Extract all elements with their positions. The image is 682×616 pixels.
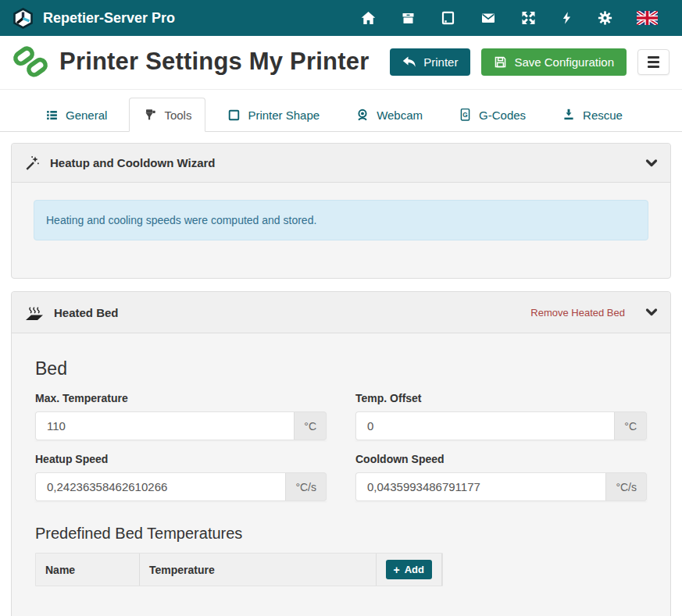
save-configuration-button[interactable]: Save Configuration xyxy=(481,48,627,76)
tab-general[interactable]: General xyxy=(31,98,121,132)
repetier-logo-icon xyxy=(12,8,34,29)
remove-heated-bed-link[interactable]: Remove Heated Bed xyxy=(530,307,625,319)
bed-section-heading: Bed xyxy=(35,358,647,379)
square-outline-icon xyxy=(227,109,241,122)
heated-bed-collapse-chevron-icon[interactable] xyxy=(645,307,658,318)
overflow-menu-button[interactable] xyxy=(637,49,670,75)
tab-printer-shape-label: Printer Shape xyxy=(248,109,320,122)
flag-en-icon[interactable] xyxy=(625,6,670,30)
navbar-icon-group xyxy=(348,5,670,30)
chain-link-icon xyxy=(12,45,48,78)
gcode-file-icon: G xyxy=(459,108,472,122)
wizard-panel-header[interactable]: Heatup and Cooldown Wizard xyxy=(12,144,670,183)
tab-gcodes-label: G-Codes xyxy=(479,109,526,122)
temp-offset-unit: °C xyxy=(614,411,647,440)
tab-gcodes[interactable]: G G-Codes xyxy=(445,98,540,132)
tab-tools-label: Tools xyxy=(164,109,191,122)
tab-general-label: General xyxy=(66,109,107,122)
gear-icon[interactable] xyxy=(585,5,625,30)
printer-button[interactable]: Printer xyxy=(390,48,470,76)
column-header-name: Name xyxy=(36,554,140,586)
wizard-panel-title: Heatup and Cooldown Wizard xyxy=(50,156,636,169)
column-header-temperature: Temperature xyxy=(140,554,377,586)
heatup-speed-unit: °C/s xyxy=(285,472,327,501)
page-title: Printer Settings My Printer xyxy=(59,48,379,76)
temp-offset-input[interactable] xyxy=(355,411,614,440)
page-header: Printer Settings My Printer Printer Save… xyxy=(0,36,682,90)
printer-box-icon[interactable] xyxy=(388,5,428,30)
floppy-disk-icon xyxy=(494,55,507,69)
tab-printer-shape[interactable]: Printer Shape xyxy=(213,98,334,132)
heated-bed-panel-header[interactable]: Heated Bed Remove Heated Bed xyxy=(12,292,670,333)
magic-wand-icon xyxy=(24,155,41,171)
printer-button-label: Printer xyxy=(423,55,458,69)
wizard-collapse-chevron-icon[interactable] xyxy=(645,158,658,169)
heated-bed-panel-title: Heated Bed xyxy=(54,306,521,319)
add-cell: + Add xyxy=(377,554,442,586)
heated-bed-icon xyxy=(24,303,45,322)
tab-tools[interactable]: Tools xyxy=(129,98,205,132)
bed-fields-grid: Max. Temperature °C Temp. Offset °C Heat… xyxy=(35,379,647,501)
bolt-icon[interactable] xyxy=(548,5,585,30)
cooldown-speed-label: Cooldown Speed xyxy=(355,453,647,465)
tab-rescue[interactable]: Rescue xyxy=(548,98,637,132)
cooldown-speed-input[interactable] xyxy=(355,472,605,501)
tablet-icon[interactable] xyxy=(428,5,468,30)
tab-webcam-label: Webcam xyxy=(377,109,423,122)
temp-offset-field-group: Temp. Offset °C xyxy=(355,379,647,440)
heated-bed-panel-body: Bed Max. Temperature °C Temp. Offset °C … xyxy=(12,358,670,616)
mail-icon[interactable] xyxy=(468,5,509,30)
max-temperature-label: Max. Temperature xyxy=(35,392,327,404)
list-icon xyxy=(45,109,59,122)
max-temperature-field-group: Max. Temperature °C xyxy=(35,379,327,440)
temp-offset-label: Temp. Offset xyxy=(355,392,647,404)
nozzle-bed-icon xyxy=(562,108,576,122)
tab-rescue-label: Rescue xyxy=(583,109,623,122)
heatup-speed-label: Heatup Speed xyxy=(35,453,327,465)
info-alert: Heating and cooling speeds were computed… xyxy=(34,200,648,240)
settings-tabs: General Tools Printer Shape Webcam xyxy=(0,98,682,132)
wizard-panel: Heatup and Cooldown Wizard Heating and c… xyxy=(11,143,671,279)
predefined-temps-table: Name Temperature + Add xyxy=(35,553,443,586)
tab-webcam[interactable]: Webcam xyxy=(341,98,437,132)
predefined-temps-heading: Predefined Bed Temperatures xyxy=(35,525,647,543)
heatup-speed-input[interactable] xyxy=(35,472,285,501)
svg-text:G: G xyxy=(462,112,467,119)
add-temperature-button[interactable]: + Add xyxy=(386,560,432,579)
save-configuration-label: Save Configuration xyxy=(514,55,614,69)
plus-icon: + xyxy=(394,564,400,575)
brand[interactable]: Repetier-Server Pro xyxy=(12,8,175,29)
wizard-panel-body: Heating and cooling speeds were computed… xyxy=(12,183,670,278)
cooldown-speed-unit: °C/s xyxy=(605,472,647,501)
brand-label: Repetier-Server Pro xyxy=(43,10,175,27)
webcam-icon xyxy=(355,108,370,122)
reply-arrow-icon xyxy=(402,56,416,68)
expand-icon[interactable] xyxy=(509,5,548,30)
max-temperature-unit: °C xyxy=(294,411,327,440)
top-navbar: Repetier-Server Pro xyxy=(0,0,682,36)
home-icon[interactable] xyxy=(348,5,388,30)
heated-bed-panel: Heated Bed Remove Heated Bed Bed Max. Te… xyxy=(11,291,671,616)
extruder-icon xyxy=(143,108,157,122)
hamburger-icon xyxy=(648,56,659,68)
heatup-speed-field-group: Heatup Speed °C/s xyxy=(35,440,327,501)
add-button-label: Add xyxy=(405,564,424,575)
cooldown-speed-field-group: Cooldown Speed °C/s xyxy=(355,440,647,501)
max-temperature-input[interactable] xyxy=(35,411,294,440)
